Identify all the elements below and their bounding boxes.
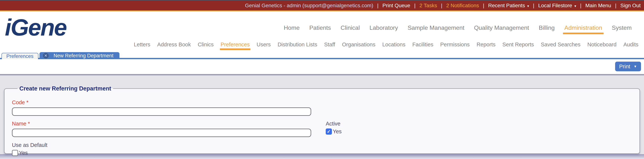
- nav-administration[interactable]: Administration: [564, 24, 602, 34]
- nav-home[interactable]: Home: [284, 24, 300, 34]
- active-option-label: Yes: [333, 129, 342, 135]
- use-as-default-checkbox[interactable]: ✓: [12, 150, 18, 156]
- subnav-permissions[interactable]: Permissions: [440, 41, 470, 50]
- active-field-group: Active ✓ Yes: [326, 121, 342, 135]
- name-active-row: Name * Active ✓ Yes: [12, 121, 632, 137]
- close-icon[interactable]: ✕: [42, 52, 49, 59]
- topbar-link-recent-patients[interactable]: Recent Patients▾: [488, 2, 529, 8]
- topbar-link-main-menu[interactable]: Main Menu: [585, 2, 611, 8]
- subnav-organisations[interactable]: Organisations: [342, 41, 376, 50]
- subnav-noticeboard[interactable]: Noticeboard: [587, 41, 616, 50]
- caret-down-icon: ▼: [634, 65, 637, 68]
- topbar-link-local-filestore[interactable]: Local Filestore▾: [538, 2, 576, 8]
- page: Genial Genetics - admin (support@genialg…: [0, 0, 644, 159]
- topbar-link-notifications[interactable]: 2 Notifications: [446, 2, 479, 8]
- primary-nav: Home Patients Clinical Laboratory Sample…: [284, 24, 632, 34]
- header: iGene Home Patients Clinical Laboratory …: [0, 11, 644, 52]
- subnav-letters[interactable]: Letters: [134, 41, 150, 50]
- separator: |: [377, 2, 378, 8]
- name-input[interactable]: [12, 129, 311, 137]
- use-as-default-checkbox-row: ✓ Yes: [12, 150, 632, 156]
- brand-logo[interactable]: iGene: [5, 14, 66, 41]
- subnav-facilities[interactable]: Facilities: [412, 41, 434, 50]
- tab-new-referring-department[interactable]: ✕ New Referring Department: [40, 52, 120, 59]
- code-label: Code *: [12, 99, 632, 106]
- caret-down-icon: ▾: [574, 4, 576, 8]
- subnav-sent-reports[interactable]: Sent Reports: [502, 41, 534, 50]
- subnav-preferences[interactable]: Preferences: [221, 41, 250, 50]
- separator: |: [533, 2, 534, 8]
- nav-clinical[interactable]: Clinical: [341, 24, 360, 34]
- tab-preferences[interactable]: Preferences: [2, 53, 38, 59]
- toolbar: Print ▼: [0, 59, 644, 74]
- name-field-group: Name *: [12, 121, 311, 137]
- active-checkbox-row: ✓ Yes: [326, 129, 342, 135]
- subnav-clinics[interactable]: Clinics: [198, 41, 214, 50]
- nav-patients[interactable]: Patients: [309, 24, 331, 34]
- required-marker: *: [28, 121, 30, 127]
- active-checkbox[interactable]: ✓: [326, 129, 332, 135]
- subnav-reports[interactable]: Reports: [476, 41, 496, 50]
- subnav-address-book[interactable]: Address Book: [157, 41, 191, 50]
- separator: |: [441, 2, 442, 8]
- create-referring-department-panel: Create new Referring Department Code * N…: [4, 85, 640, 154]
- content-area: Create new Referring Department Code * N…: [0, 76, 644, 159]
- subnav-saved-searches[interactable]: Saved Searches: [541, 41, 580, 50]
- use-as-default-option-label: Yes: [19, 150, 28, 156]
- toolbar-divider: [0, 74, 644, 76]
- use-as-default-label: Use as Default: [12, 142, 632, 148]
- active-label: Active: [326, 121, 342, 127]
- separator: |: [580, 2, 582, 8]
- topbar-link-tasks[interactable]: 2 Tasks: [420, 2, 437, 8]
- subnav-locations[interactable]: Locations: [382, 41, 405, 50]
- subnav-staff[interactable]: Staff: [324, 41, 335, 50]
- nav-laboratory[interactable]: Laboratory: [370, 24, 398, 34]
- required-marker: *: [26, 99, 28, 105]
- caret-down-icon: ▾: [527, 4, 529, 8]
- code-input[interactable]: [12, 107, 311, 116]
- panel-title: Create new Referring Department: [18, 85, 113, 92]
- topbar: Genial Genetics - admin (support@genialg…: [0, 0, 644, 10]
- subnav-audits[interactable]: Audits: [623, 41, 638, 50]
- tab-bar: Preferences ✕ New Referring Department: [0, 52, 644, 59]
- nav-quality-management[interactable]: Quality Management: [474, 24, 529, 34]
- check-icon: ✓: [327, 129, 331, 134]
- topbar-link-sign-out[interactable]: Sign Out: [620, 2, 641, 8]
- use-as-default-field-group: Use as Default ✓ Yes: [12, 142, 632, 156]
- subnav-users[interactable]: Users: [256, 41, 271, 50]
- code-field-group: Code *: [12, 99, 632, 116]
- separator: |: [414, 2, 416, 8]
- subnav-distribution-lists[interactable]: Distribution Lists: [278, 41, 317, 50]
- nav-sample-management[interactable]: Sample Management: [408, 24, 464, 34]
- separator: |: [483, 2, 484, 8]
- secondary-nav: Letters Address Book Clinics Preferences…: [134, 41, 638, 50]
- nav-billing[interactable]: Billing: [539, 24, 554, 34]
- separator: |: [615, 2, 616, 8]
- nav-system[interactable]: System: [612, 24, 632, 34]
- name-label: Name *: [12, 121, 311, 127]
- topbar-link-print-queue[interactable]: Print Queue: [382, 2, 410, 8]
- print-button[interactable]: Print ▼: [615, 62, 641, 71]
- account-info: Genial Genetics - admin (support@genialg…: [245, 2, 373, 8]
